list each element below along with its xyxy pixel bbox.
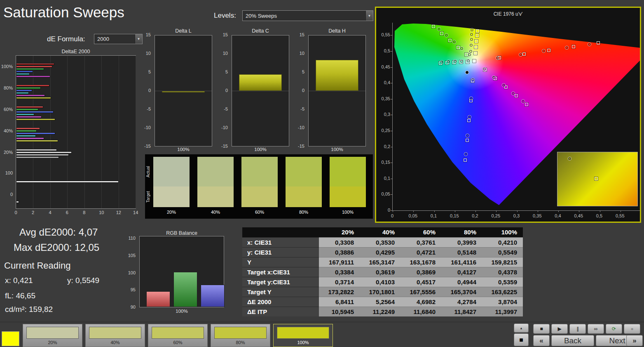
red-sweep-measured — [542, 50, 545, 52]
rgb-balance-title: RGB Balance — [139, 230, 224, 236]
de-bar — [16, 87, 41, 89]
y-tick-label: 90 — [131, 305, 136, 309]
y-tick-label: -15 — [221, 144, 228, 149]
swatch-button-100%[interactable]: 100% — [273, 324, 333, 347]
gridline — [119, 56, 119, 208]
swatch-column-label: 20% — [153, 210, 190, 215]
y-tick-label: 0,15 — [382, 160, 390, 165]
table-row: Target y:CIE310,37140,41030,45170,49440,… — [242, 277, 523, 287]
x-tick-label: 0,05 — [409, 213, 417, 218]
record-button[interactable]: ● — [624, 324, 640, 334]
de-bar — [16, 151, 72, 153]
y-tick-label: 80% — [4, 85, 13, 90]
y-tick-label: -15 — [298, 144, 304, 149]
deltae-x-axis: 02468101214 — [16, 210, 136, 216]
y-tick-label: 0,25 — [382, 128, 390, 133]
red-sweep-target — [522, 52, 526, 56]
de-bar — [16, 66, 52, 68]
table-row-label: Target x:CIE31 — [242, 267, 319, 277]
table-cell: 0,4103 — [360, 277, 400, 287]
y-tick-label: 0 — [148, 88, 151, 93]
step-button[interactable]: ∥ — [569, 324, 586, 334]
table-cell: 161,4116 — [441, 257, 482, 267]
y-tick — [391, 210, 392, 211]
patch-selector-row: 20%40%60%80%100% — [23, 324, 333, 347]
loop-button[interactable]: ∞ — [588, 324, 604, 334]
y-tick — [391, 99, 392, 99]
actual-swatch — [197, 157, 234, 186]
gridline — [67, 56, 68, 208]
magenta-sweep-measured — [512, 92, 515, 95]
next-page-button[interactable]: » — [626, 335, 643, 346]
magenta-sweep-measured — [522, 100, 525, 103]
x-tick-label: 0,2 — [472, 213, 478, 218]
red-sweep-measured — [519, 53, 522, 56]
refresh-button[interactable]: ⟳ — [606, 324, 622, 334]
de-bar — [16, 137, 44, 139]
y-tick-label: 0,1 — [384, 176, 390, 181]
y-tick-label: 0 — [302, 88, 304, 93]
y-tick-label: 40% — [4, 128, 13, 133]
y-tick-label: 110 — [128, 236, 136, 241]
yellow-sweep-measured — [470, 38, 473, 41]
actual-swatch — [241, 157, 278, 186]
table-col-header: 20% — [319, 227, 360, 237]
x-tick-label: 0,1 — [431, 213, 437, 218]
table-cell: 0,3384 — [319, 267, 360, 277]
reading-y: y: 0,5549 — [67, 276, 99, 285]
swatch-color — [152, 327, 204, 339]
y-tick-label: 5 — [148, 69, 151, 74]
swatch-button-20%[interactable]: 20% — [23, 324, 82, 347]
de-bar — [16, 73, 30, 75]
y-tick — [391, 194, 392, 195]
y-tick-label: 10 — [300, 51, 304, 56]
options-button[interactable]: ▴ — [514, 323, 529, 333]
reading-fl: fL: 46,65 — [5, 291, 35, 300]
rgb-x-label: 100% — [139, 309, 224, 314]
y-tick-label: 0,35 — [382, 96, 390, 101]
de-bar — [16, 132, 55, 135]
swatch-color — [277, 327, 329, 339]
delta-l-chart — [155, 35, 212, 146]
measurement-table: 20%40%60%80%100%x: CIE310,33080,35300,37… — [242, 227, 523, 316]
y-tick — [391, 131, 392, 131]
table-cell: 4,2784 — [441, 297, 482, 307]
de-bar — [16, 156, 59, 158]
yellow-sweep-target — [475, 34, 479, 37]
transport-controls: ■▶∥∞⟳● — [533, 324, 640, 334]
y-tick — [391, 179, 392, 179]
delta-bar — [316, 60, 358, 91]
stop-button[interactable]: ■ — [533, 324, 550, 334]
y-tick — [391, 115, 392, 115]
swatch-button-80%[interactable]: 80% — [211, 324, 270, 347]
de-formula-select[interactable]: 2000 ▼ — [94, 34, 143, 44]
de-bar — [16, 111, 54, 113]
y-tick-label: 20% — [4, 150, 13, 155]
y-tick — [391, 163, 392, 163]
table-cell: 0,4517 — [400, 277, 441, 287]
swatch-button-label: 40% — [89, 340, 141, 345]
table-cell: 0,4210 — [482, 237, 523, 247]
blue-bar — [201, 285, 225, 307]
table-cell: 163,6225 — [482, 287, 523, 297]
gridline — [101, 56, 102, 208]
blank-screen-button[interactable]: ■ — [514, 333, 529, 346]
table-cell: 11,2249 — [360, 307, 400, 316]
swatch-column-label: 80% — [286, 210, 322, 215]
de-bar — [16, 94, 45, 97]
table-cell: 165,3147 — [360, 257, 400, 267]
y-tick — [391, 35, 392, 35]
prev-page-button[interactable]: « — [533, 335, 550, 346]
swatch-button-60%[interactable]: 60% — [148, 324, 208, 347]
y-tick-label: -5 — [300, 106, 304, 111]
back-button[interactable]: Back — [551, 335, 594, 346]
green-sweep-target — [457, 46, 460, 49]
green-sweep-measured — [453, 40, 456, 43]
x-tick-label: 0 — [15, 210, 17, 215]
table-cell: 0,3619 — [360, 267, 400, 277]
bottom-bar: 20%40%60%80%100% ▴ ■ ■▶∥∞⟳● « Back Next … — [0, 322, 644, 347]
swatch-button-40%[interactable]: 40% — [85, 324, 145, 347]
red-sweep-target — [597, 41, 600, 45]
play-button[interactable]: ▶ — [551, 324, 568, 334]
levels-select[interactable]: 20% Sweeps ▼ — [242, 10, 373, 21]
